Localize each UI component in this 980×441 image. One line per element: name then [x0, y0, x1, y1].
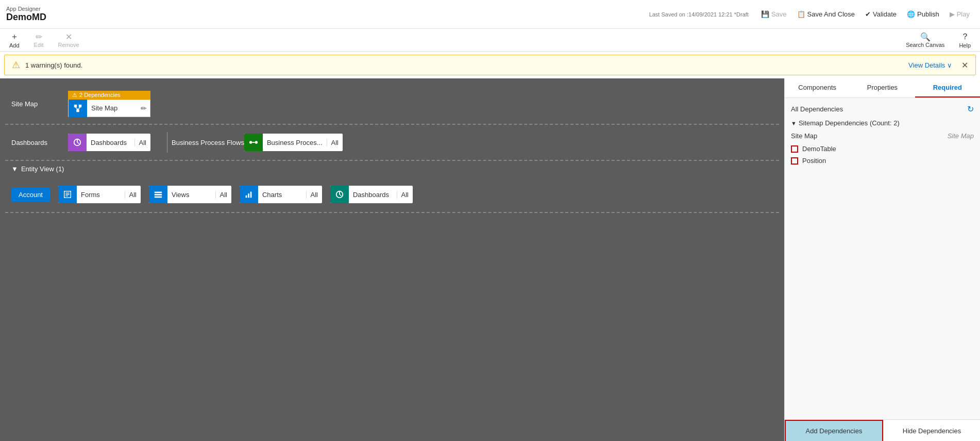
sitemap-deps-header[interactable]: ▼ Sitemap Dependencies (Count: 2)	[791, 119, 974, 127]
dep-checkbox-demotable[interactable]	[791, 145, 798, 153]
validate-button[interactable]: ✔ Validate	[861, 8, 901, 20]
site-map-row: Site Map Site Map	[791, 132, 974, 140]
right-panel: Components Properties Required All Depen…	[784, 78, 980, 441]
help-button[interactable]: ？ Help	[956, 30, 974, 50]
views-icon	[149, 186, 167, 203]
views-card[interactable]: Views All	[149, 186, 231, 203]
dashboards-bpf-row: Dashboards Dashboards All Business Proce…	[5, 125, 779, 161]
charts-icon	[240, 186, 258, 203]
site-map-key: Site Map	[791, 132, 817, 140]
publish-icon: 🌐	[907, 10, 915, 18]
warning-banner: ⚠ 1 warning(s) found. View Details ∨ ✕	[4, 55, 976, 75]
forms-card-name: Forms	[77, 191, 125, 199]
forms-all[interactable]: All	[125, 191, 141, 199]
panel-bottom: Add Dependencies Hide Dependencies	[785, 419, 980, 441]
top-bar: App Designer DemoMD Last Saved on :14/09…	[0, 0, 980, 29]
svg-point-6	[249, 141, 252, 143]
edit-button[interactable]: ✏ Edit	[31, 31, 47, 49]
dashboards-section-label: Dashboards	[11, 139, 68, 146]
help-icon: ？	[961, 31, 969, 42]
play-button[interactable]: ▶ Play	[945, 8, 974, 20]
edit-label: Edit	[34, 42, 44, 48]
site-map-val: Site Map	[948, 132, 974, 140]
play-icon: ▶	[950, 10, 955, 18]
forms-icon	[58, 186, 77, 203]
remove-button[interactable]: ✕ Remove	[55, 31, 82, 49]
app-identity: App Designer DemoMD	[6, 6, 46, 23]
save-button[interactable]: 💾 Save	[757, 8, 791, 20]
search-canvas[interactable]: 🔍 Search Canvas	[903, 31, 948, 49]
charts-card-name: Charts	[258, 191, 306, 199]
bpf-icon	[244, 134, 263, 151]
entity-section-row: Account Forms All Views All	[5, 177, 779, 213]
svg-rect-17	[248, 193, 249, 198]
dep-checkbox-position[interactable]	[791, 157, 798, 165]
tab-components-label: Components	[798, 84, 836, 91]
sitemap-deps-header-label: Sitemap Dependencies (Count: 2)	[799, 119, 900, 127]
add-dependencies-button[interactable]: Add Dependencies	[785, 420, 883, 441]
panel-tabs: Components Properties Required	[785, 78, 980, 98]
edit-icon: ✏	[36, 32, 42, 42]
add-button[interactable]: ＋ Add	[6, 30, 23, 50]
canvas: Site Map ⚠ 2 Dependencies Site Map ✏ Das…	[0, 78, 784, 441]
svg-rect-1	[79, 104, 81, 107]
validate-icon: ✔	[865, 10, 871, 18]
validate-label: Validate	[873, 10, 897, 18]
panel-content: All Dependencies ↻ ▼ Sitemap Dependencie…	[785, 98, 980, 419]
sitemap-card-name: Site Map	[87, 104, 138, 112]
app-name: DemoMD	[6, 12, 46, 23]
warning-text: 1 warning(s) found.	[25, 61, 903, 69]
svg-line-3	[76, 107, 78, 109]
tab-properties[interactable]: Properties	[850, 78, 915, 97]
dashboards-card[interactable]: Dashboards All	[68, 134, 150, 151]
publish-button[interactable]: 🌐 Publish	[903, 8, 943, 20]
views-all[interactable]: All	[215, 191, 231, 199]
main-layout: Site Map ⚠ 2 Dependencies Site Map ✏ Das…	[0, 78, 980, 441]
entity-dashboards-all[interactable]: All	[397, 191, 413, 199]
bpf-all[interactable]: All	[327, 139, 343, 146]
publish-label: Publish	[917, 10, 939, 18]
vertical-separator	[167, 132, 167, 153]
svg-rect-13	[155, 192, 162, 193]
bpf-section-label: Business Process Flows	[172, 139, 244, 146]
sitemap-deps-label: 2 Dependencies	[79, 92, 121, 98]
charts-card[interactable]: Charts All	[240, 186, 322, 203]
save-close-button[interactable]: 📋 Save And Close	[793, 8, 859, 20]
bpf-card[interactable]: Business Proces... All	[244, 134, 343, 151]
dashboards-all[interactable]: All	[134, 139, 150, 146]
sitemap-card[interactable]: Site Map ✏	[68, 100, 150, 117]
tab-properties-label: Properties	[867, 84, 898, 91]
dep-label-position: Position	[802, 157, 826, 165]
top-bar-actions: Last Saved on :14/09/2021 12:21 *Draft 💾…	[649, 8, 974, 20]
search-icon: 🔍	[920, 32, 931, 42]
svg-rect-2	[76, 109, 79, 111]
dashboards-group: Dashboards All	[68, 134, 150, 151]
refresh-icon[interactable]: ↻	[967, 104, 974, 114]
entity-dashboards-card[interactable]: Dashboards All	[330, 186, 413, 203]
add-deps-label: Add Dependencies	[806, 427, 863, 435]
charts-all[interactable]: All	[306, 191, 322, 199]
tab-components[interactable]: Components	[785, 78, 850, 97]
search-canvas-label: Search Canvas	[906, 42, 944, 48]
sitemap-deps-badge: ⚠ 2 Dependencies	[68, 91, 150, 100]
forms-card[interactable]: Forms All	[58, 186, 141, 203]
add-icon: ＋	[10, 31, 19, 42]
entity-section-header[interactable]: ▼ Entity View (1)	[5, 161, 779, 177]
dashboards-card-name: Dashboards	[87, 139, 134, 146]
account-button[interactable]: Account	[11, 188, 50, 202]
svg-rect-14	[155, 194, 162, 195]
view-details-button[interactable]: View Details ∨	[908, 61, 952, 69]
sitemap-edit-button[interactable]: ✏	[138, 104, 150, 112]
bpf-card-name: Business Proces...	[263, 139, 327, 146]
last-saved-label: Last Saved on :14/09/2021 12:21 *Draft	[649, 11, 749, 18]
svg-rect-16	[246, 195, 247, 198]
warning-close-button[interactable]: ✕	[961, 60, 968, 70]
sitemap-section-label: Site Map	[11, 100, 68, 108]
tab-required[interactable]: Required	[915, 78, 980, 97]
account-label: Account	[19, 191, 43, 199]
view-details-label: View Details	[908, 61, 945, 69]
svg-point-7	[255, 141, 258, 143]
tab-required-label: Required	[933, 84, 962, 91]
dep-item-demotable: DemoTable	[791, 145, 974, 153]
hide-dependencies-button[interactable]: Hide Dependencies	[883, 420, 980, 441]
